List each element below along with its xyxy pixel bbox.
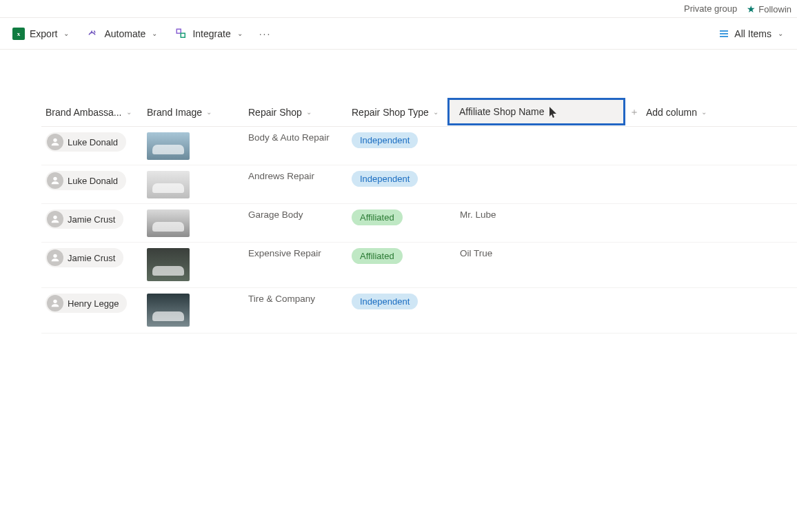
add-column-button[interactable]: ＋ Add column ⌄ [625, 106, 722, 119]
person-pill[interactable]: Jamie Crust [46, 209, 123, 229]
affiliate-cell: Mr. Lube [447, 209, 625, 220]
column-header-label: Repair Shop Type [352, 107, 429, 118]
shop-type-tag: Independent [352, 132, 418, 148]
column-header-image[interactable]: Brand Image ⌄ [143, 107, 244, 118]
column-name-input[interactable] [459, 106, 614, 117]
column-header-ambassador[interactable]: Brand Ambassa... ⌄ [41, 107, 143, 118]
repair-shop-cell: Andrews Repair [244, 171, 347, 181]
brand-image-thumbnail[interactable] [147, 248, 190, 281]
person-name: Luke Donald [68, 137, 118, 147]
chevron-down-icon: ⌄ [237, 30, 243, 37]
automate-button[interactable]: Automate ⌄ [81, 23, 163, 44]
integrate-label: Integrate [192, 28, 230, 39]
command-bar-right: All Items ⌄ [718, 28, 790, 39]
chevron-down-icon: ⌄ [701, 108, 707, 116]
star-icon: ★ [747, 3, 756, 14]
table-row[interactable]: Jamie Crust Expensive Repair Affiliated … [41, 243, 797, 288]
avatar-icon [47, 211, 63, 227]
svg-rect-1 [177, 29, 181, 33]
avatar-icon [47, 249, 63, 266]
person-name: Jamie Crust [68, 253, 115, 263]
column-header-label: Brand Ambassa... [46, 107, 122, 118]
list-view-icon [718, 28, 729, 39]
svg-point-6 [53, 254, 57, 258]
view-label: All Items [734, 28, 771, 39]
svg-point-3 [53, 139, 57, 142]
integrate-icon [175, 28, 188, 40]
chevron-down-icon: ⌄ [433, 108, 438, 116]
chevron-down-icon: ⌄ [778, 30, 783, 37]
column-header-label: Repair Shop [248, 107, 302, 118]
column-header-repair-shop[interactable]: Repair Shop ⌄ [244, 107, 347, 118]
plus-icon: ＋ [629, 106, 639, 119]
table-row[interactable]: Luke Donald Body & Auto Repair Independe… [41, 127, 797, 165]
person-pill[interactable]: Luke Donald [46, 171, 126, 190]
chevron-down-icon: ⌄ [206, 108, 212, 116]
chevron-down-icon: ⌄ [63, 30, 69, 37]
column-header-row: Brand Ambassa... ⌄ Brand Image ⌄ Repair … [41, 98, 797, 127]
repair-shop-cell: Garage Body [244, 209, 347, 220]
table-row[interactable]: Henry Legge Tire & Company Independent [41, 288, 797, 334]
person-pill[interactable]: Jamie Crust [46, 248, 123, 267]
repair-shop-cell: Tire & Company [244, 294, 347, 304]
list-view: Brand Ambassa... ⌄ Brand Image ⌄ Repair … [0, 50, 797, 334]
svg-text:x: x [17, 30, 21, 37]
svg-rect-2 [181, 33, 185, 37]
column-header-affiliate-editing[interactable] [447, 99, 625, 125]
automate-icon [87, 28, 99, 40]
command-bar-left: x Export ⌄ Automate ⌄ Integrate ⌄ ··· [7, 23, 718, 44]
export-button[interactable]: x Export ⌄ [7, 23, 74, 44]
table-row[interactable]: Luke Donald Andrews Repair Independent [41, 165, 797, 204]
excel-icon: x [12, 28, 25, 40]
shop-type-tag: Affiliated [352, 248, 403, 264]
person-name: Henry Legge [68, 298, 119, 309]
svg-point-7 [53, 300, 57, 303]
avatar-icon [47, 134, 63, 150]
column-header-label: Brand Image [147, 107, 202, 118]
group-type-label: Private group [684, 3, 737, 14]
view-selector[interactable]: All Items ⌄ [718, 28, 783, 39]
more-actions-button[interactable]: ··· [255, 28, 276, 39]
column-name-input-wrapper[interactable] [447, 98, 625, 125]
brand-image-thumbnail[interactable] [147, 294, 190, 327]
shop-type-tag: Independent [352, 294, 418, 309]
affiliate-cell: Oil True [447, 248, 625, 258]
chevron-down-icon: ⌄ [126, 108, 132, 116]
brand-image-thumbnail[interactable] [147, 132, 190, 160]
group-header: Private group ★Followin [0, 0, 797, 18]
automate-label: Automate [104, 28, 145, 39]
brand-image-thumbnail[interactable] [147, 171, 190, 198]
shop-type-tag: Independent [352, 171, 418, 187]
avatar-icon [47, 295, 63, 311]
follow-button[interactable]: ★Followin [747, 3, 791, 14]
person-pill[interactable]: Luke Donald [46, 132, 126, 152]
repair-shop-cell: Expensive Repair [244, 248, 347, 258]
export-label: Export [30, 28, 57, 39]
person-name: Jamie Crust [68, 214, 115, 225]
svg-point-5 [53, 216, 57, 219]
avatar-icon [47, 172, 63, 189]
brand-image-thumbnail[interactable] [147, 209, 190, 237]
svg-point-4 [53, 177, 57, 181]
chevron-down-icon: ⌄ [152, 30, 157, 37]
shop-type-tag: Affiliated [352, 209, 403, 225]
command-bar: x Export ⌄ Automate ⌄ Integrate ⌄ ··· Al… [0, 18, 797, 50]
add-column-label: Add column [646, 107, 697, 118]
column-header-shop-type[interactable]: Repair Shop Type ⌄ [347, 107, 447, 118]
table-row[interactable]: Jamie Crust Garage Body Affiliated Mr. L… [41, 204, 797, 243]
chevron-down-icon: ⌄ [306, 108, 312, 116]
integrate-button[interactable]: Integrate ⌄ [170, 23, 248, 44]
person-pill[interactable]: Henry Legge [46, 294, 127, 313]
repair-shop-cell: Body & Auto Repair [244, 132, 347, 143]
person-name: Luke Donald [68, 176, 118, 186]
